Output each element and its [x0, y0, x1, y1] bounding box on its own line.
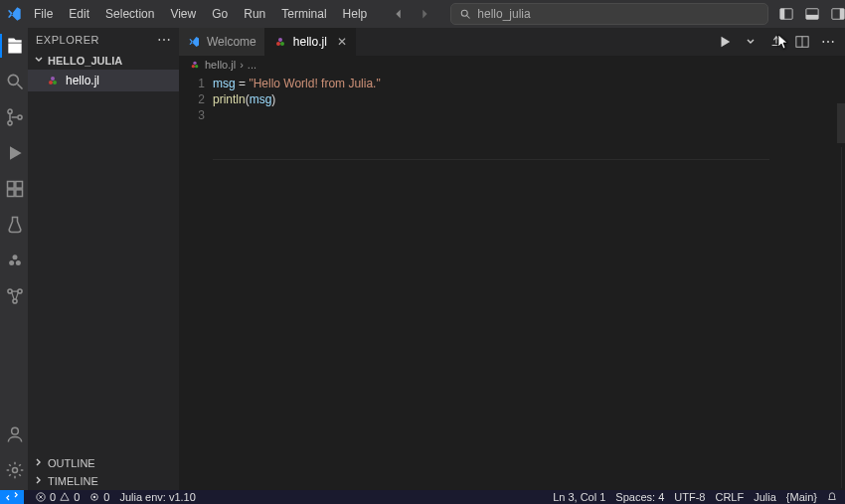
svg-point-43	[193, 62, 196, 65]
explorer-file-hello-jl[interactable]: hello.jl	[28, 70, 179, 91]
layout-sidebar-left-icon[interactable]	[776, 4, 796, 24]
activity-testing-icon[interactable]	[1, 211, 29, 239]
status-warnings-count: 0	[74, 491, 80, 503]
sidebar-timeline-label: TIMELINE	[48, 475, 98, 487]
code-line[interactable]	[213, 107, 845, 123]
editor-more-icon[interactable]: ⋯	[819, 33, 837, 51]
status-cursor-position[interactable]: Ln 3, Col 1	[553, 491, 605, 503]
breadcrumb-more: ...	[248, 59, 256, 71]
explorer-title: EXPLORER	[36, 34, 99, 46]
command-center-search[interactable]: hello_julia	[450, 3, 768, 25]
status-encoding[interactable]: UTF-8	[674, 491, 705, 503]
menu-edit[interactable]: Edit	[63, 5, 95, 23]
menu-terminal[interactable]: Terminal	[275, 5, 332, 23]
line-number: 1	[179, 76, 205, 91]
svg-line-17	[18, 84, 23, 89]
activity-search-icon[interactable]	[1, 68, 29, 95]
remote-indicator[interactable]	[0, 490, 24, 504]
menu-file[interactable]: File	[28, 5, 59, 23]
run-dropdown-icon[interactable]	[742, 33, 760, 51]
activity-remote-explorer-icon[interactable]	[1, 282, 29, 310]
code-line[interactable]: msg = "Hello World! from Julia."	[213, 76, 845, 91]
menu-run[interactable]: Run	[238, 5, 271, 23]
activity-manage-icon[interactable]	[1, 456, 29, 484]
nav-forward-button[interactable]	[415, 4, 434, 24]
status-ports[interactable]: 0	[89, 491, 109, 503]
svg-point-35	[51, 77, 55, 81]
split-editor-icon[interactable]	[793, 33, 811, 51]
svg-point-41	[192, 65, 195, 68]
chevron-down-icon	[34, 55, 44, 67]
menu-help[interactable]: Help	[337, 5, 374, 23]
chevron-right-icon	[34, 457, 44, 469]
svg-rect-24	[16, 190, 23, 197]
svg-line-1	[467, 16, 470, 19]
ports-icon	[89, 492, 99, 502]
explorer-root-folder[interactable]: HELLO_JULIA	[28, 52, 179, 70]
svg-point-20	[18, 115, 22, 119]
code-lines[interactable]: msg = "Hello World! from Julia."println(…	[213, 76, 845, 490]
code-editor[interactable]: 123 msg = "Hello World! from Julia."prin…	[179, 74, 845, 490]
workbench: EXPLORER ⋯ HELLO_JULIA hello.jl OUTLINE …	[0, 28, 845, 490]
tab-hello-jl[interactable]: hello.jl ✕	[265, 28, 356, 56]
svg-point-37	[280, 42, 284, 46]
status-eol[interactable]: CRLF	[715, 491, 744, 503]
status-problems[interactable]: 0 0	[36, 491, 80, 503]
svg-rect-21	[8, 182, 15, 189]
activity-source-control-icon[interactable]	[1, 103, 29, 131]
tab-welcome[interactable]: Welcome	[179, 28, 265, 56]
sidebar-outline[interactable]: OUTLINE	[28, 454, 179, 472]
activity-extensions-icon[interactable]	[1, 175, 29, 203]
breadcrumb[interactable]: hello.jl › ...	[179, 56, 845, 74]
search-placeholder: hello_julia	[477, 7, 530, 21]
minimap[interactable]	[837, 103, 845, 143]
svg-point-48	[93, 496, 96, 499]
activity-bar	[0, 28, 28, 490]
status-julia-env[interactable]: Julia env: v1.10	[119, 491, 195, 503]
run-file-button[interactable]	[716, 33, 734, 51]
status-julia-env-label: Julia env: v1.10	[119, 491, 195, 503]
status-bar: 0 0 0 Julia env: v1.10 Ln 3, Col 1 Space…	[0, 490, 845, 504]
status-julia-module[interactable]: {Main}	[786, 491, 817, 503]
menu-go[interactable]: Go	[206, 5, 234, 23]
activity-run-debug-icon[interactable]	[1, 139, 29, 167]
explorer-file-label: hello.jl	[66, 74, 99, 87]
julia-file-icon	[46, 74, 60, 87]
activity-accounts-icon[interactable]	[1, 420, 29, 448]
svg-point-27	[13, 254, 18, 259]
svg-point-0	[462, 10, 468, 16]
titlebar: File Edit Selection View Go Run Terminal…	[0, 0, 845, 28]
svg-point-33	[49, 81, 53, 84]
line-number: 2	[179, 91, 205, 107]
status-indentation[interactable]: Spaces: 4	[615, 491, 664, 503]
tab-close-icon[interactable]: ✕	[337, 35, 347, 49]
launch-icon[interactable]	[767, 33, 785, 51]
code-ruler	[213, 159, 769, 160]
layout-sidebar-right-icon[interactable]	[828, 4, 845, 24]
svg-point-36	[276, 42, 280, 46]
sidebar-timeline[interactable]: TIMELINE	[28, 472, 179, 490]
svg-point-25	[9, 260, 14, 265]
status-notifications-icon[interactable]	[827, 492, 837, 502]
chevron-right-icon	[34, 475, 44, 487]
warning-icon	[60, 492, 70, 502]
explorer-more-icon[interactable]: ⋯	[157, 32, 172, 48]
layout-panel-icon[interactable]	[802, 4, 822, 24]
svg-rect-7	[840, 9, 844, 20]
svg-rect-23	[8, 190, 15, 197]
scrollbar[interactable]	[841, 147, 842, 488]
julia-file-icon	[273, 35, 287, 49]
nav-back-button[interactable]	[389, 4, 409, 24]
editor-actions: ⋯	[716, 28, 845, 56]
status-language-mode[interactable]: Julia	[754, 491, 776, 503]
code-line[interactable]: println(msg)	[213, 91, 845, 107]
svg-point-42	[195, 65, 198, 68]
activity-julia-workspace-icon[interactable]	[1, 247, 29, 274]
editor-area: Welcome hello.jl ✕ ⋯ hello.jl › ... 123	[179, 28, 845, 490]
menu-selection[interactable]: Selection	[99, 5, 160, 23]
menu-view[interactable]: View	[164, 5, 202, 23]
svg-point-30	[13, 299, 17, 303]
svg-point-31	[12, 427, 19, 434]
svg-rect-22	[16, 182, 23, 189]
activity-explorer-icon[interactable]	[1, 32, 29, 60]
